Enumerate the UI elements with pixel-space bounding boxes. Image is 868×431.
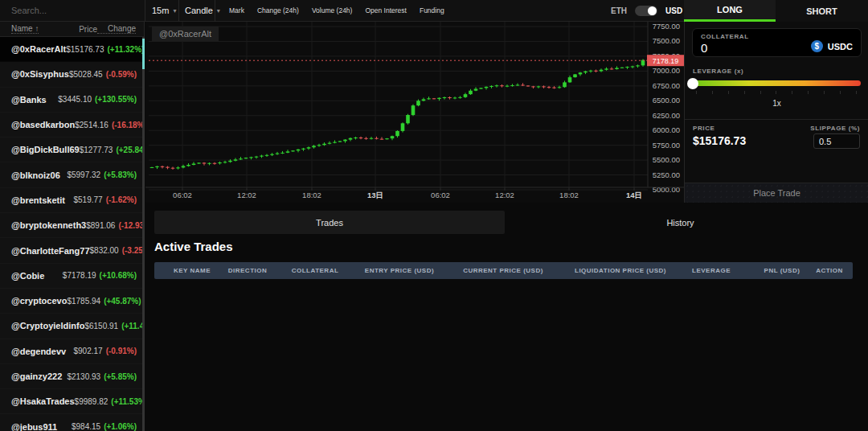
token-row[interactable]: @CharlotteFang77$832.00(-3.25%)	[0, 238, 144, 263]
svg-text:6750.00: 6750.00	[653, 81, 680, 90]
token-row[interactable]: @gainzy222$2130.93(+5.85%)	[0, 364, 144, 389]
token-change: (-12.93%)	[118, 221, 145, 230]
collateral-input[interactable]	[701, 41, 773, 55]
tab-short[interactable]: SHORT	[776, 0, 868, 22]
token-name: @CharlotteFang77	[11, 246, 90, 256]
token-row[interactable]: @BigDickBull69$1277.73(+25.84%)	[0, 138, 144, 162]
svg-text:18:02: 18:02	[302, 191, 321, 199]
token-price: $5028.45	[69, 70, 103, 79]
slippage-input[interactable]	[813, 133, 860, 149]
place-trade-button[interactable]: Place Trade	[685, 183, 868, 203]
tab-long[interactable]: LONG	[684, 0, 776, 22]
svg-text:5750.00: 5750.00	[653, 141, 680, 150]
token-name: @Banks	[11, 95, 58, 105]
toolbar-item-funding[interactable]: Funding	[420, 6, 444, 14]
collateral-label: COLLATERAL	[701, 33, 749, 40]
chart-overlay-toggles: MarkChange (24h)Volume (24h)Open Interes…	[229, 0, 444, 21]
token-name: @basedkarbon	[11, 120, 75, 129]
table-col-liquidation-price-usd-: LIQUIDATION PRICE (USD)	[575, 267, 666, 274]
svg-text:5500.00: 5500.00	[653, 155, 680, 164]
token-change: (-3.25%)	[122, 246, 145, 255]
svg-text:13日: 13日	[367, 191, 383, 199]
token-name: @Cryptoyieldinfo	[11, 321, 84, 330]
token-name: @degendevv	[11, 347, 73, 356]
tab-history[interactable]: History	[505, 211, 856, 234]
token-row[interactable]: @blknoiz06$5997.32(+5.83%)	[0, 162, 144, 187]
usdc-label: USDC	[828, 42, 853, 51]
token-row[interactable]: @basedkarbon$2514.16(-16.18%)	[0, 113, 144, 138]
token-change: (+5.85%)	[104, 372, 137, 381]
token-price: $902.17	[73, 347, 102, 355]
top-bar: 15m ▾ Candle ▾ MarkChange (24h)Volume (2…	[0, 0, 868, 22]
leverage-slider-knob[interactable]	[687, 78, 698, 89]
usd-label[interactable]: USD	[665, 6, 682, 15]
toggle-knob	[648, 6, 657, 15]
token-change: (+130.55%)	[95, 95, 137, 104]
token-row[interactable]: @bryptokenneth3$891.06(-12.93%)	[0, 213, 144, 238]
divider	[685, 119, 868, 120]
token-name: @0xRacerAlt	[11, 44, 66, 54]
svg-text:06:02: 06:02	[173, 191, 192, 199]
toolbar-item-mark[interactable]: Mark	[229, 6, 244, 14]
svg-text:6250.00: 6250.00	[653, 111, 680, 120]
token-price: $9989.82	[75, 397, 108, 406]
token-change: (+25.84%)	[116, 146, 145, 154]
table-col-direction: DIRECTION	[228, 267, 268, 274]
search-input[interactable]	[0, 0, 143, 21]
sidebar-scrollbar-track[interactable]	[142, 37, 145, 431]
chevron-down-icon: ▾	[173, 7, 176, 14]
eth-label[interactable]: ETH	[611, 6, 627, 15]
trades-section: Trades History Active Trades KEY NAMEDIR…	[145, 203, 868, 431]
token-row[interactable]: @jebus911$984.15(+1.06%)	[0, 414, 144, 431]
toolbar-item-open-interest[interactable]: Open Interest	[365, 6, 407, 14]
svg-text:6000.00: 6000.00	[653, 125, 680, 134]
token-change: (-0.59%)	[106, 70, 137, 79]
svg-text:06:02: 06:02	[431, 191, 450, 199]
token-change: (-1.62%)	[106, 195, 137, 204]
token-list: @0xRacerAlt$15176.73(+11.32%)@0xSisyphus…	[0, 37, 144, 431]
leverage-ticks	[696, 91, 857, 94]
token-name: @BigDickBull69	[11, 145, 80, 154]
token-row[interactable]: @Banks$3445.10(+130.55%)	[0, 88, 144, 113]
collateral-asset-selector[interactable]: $ USDC	[811, 40, 853, 52]
chevron-down-icon: ▾	[217, 7, 220, 14]
token-price: $6150.91	[84, 322, 118, 330]
token-row[interactable]: @0xSisyphus$5028.45(-0.59%)	[0, 62, 144, 87]
candlestick-chart[interactable]: @0xRacerAlt 7750.007500.007250.007000.00…	[145, 22, 684, 203]
token-row[interactable]: @degendevv$902.17(-0.91%)	[0, 339, 144, 364]
table-col-action: ACTION	[816, 267, 843, 274]
currency-toggle[interactable]	[635, 6, 657, 16]
token-row[interactable]: @HsakaTrades$9989.82(+11.53%)	[0, 389, 144, 414]
table-col-current-price-usd-: CURRENT PRICE (USD)	[463, 267, 543, 274]
token-change: (+5.83%)	[104, 170, 137, 179]
divider	[145, 0, 145, 22]
svg-text:7178.19: 7178.19	[653, 57, 679, 65]
price-header[interactable]: Price	[55, 25, 97, 34]
change-header[interactable]: Change	[97, 24, 136, 34]
toolbar-item-change-24h-[interactable]: Change (24h)	[257, 6, 299, 14]
sidebar-scrollbar-thumb[interactable]	[142, 39, 145, 69]
token-name: @HsakaTrades	[11, 396, 75, 406]
token-price: $2130.93	[67, 372, 100, 381]
token-change: (-16.18%)	[112, 121, 145, 129]
token-row[interactable]: @0xRacerAlt$15176.73(+11.32%)	[0, 37, 144, 62]
token-row[interactable]: @Cobie$7178.19(+10.68%)	[0, 264, 144, 289]
list-header: Name ↑ Price Change	[0, 22, 144, 37]
tab-trades[interactable]: Trades	[154, 211, 505, 234]
table-col-entry-price-usd-: ENTRY PRICE (USD)	[365, 267, 434, 274]
token-row[interactable]: @brentsketit$519.77(-1.62%)	[0, 188, 144, 213]
chart-canvas[interactable]: 7750.007500.007250.007000.006750.006500.…	[145, 22, 684, 203]
sort-name-header[interactable]: Name ↑	[11, 24, 39, 34]
timeframe-dropdown[interactable]: 15m ▾	[152, 0, 176, 21]
collateral-box[interactable]: COLLATERAL $ USDC	[692, 28, 862, 57]
table-col-pnl-usd-: PNL (USD)	[764, 267, 800, 274]
token-change: (+11.32%)	[107, 45, 144, 54]
token-row[interactable]: @Cryptoyieldinfo$6150.91(+11.49%)	[0, 314, 144, 339]
token-row[interactable]: @cryptocevo$1785.94(+45.87%)	[0, 289, 144, 314]
token-price: $15176.73	[66, 45, 104, 54]
toolbar-item-volume-24h-[interactable]: Volume (24h)	[312, 6, 353, 14]
leverage-slider[interactable]	[693, 80, 861, 86]
token-change: (+11.53%)	[111, 397, 145, 406]
token-name: @jebus911	[11, 422, 72, 431]
svg-text:7000.00: 7000.00	[653, 66, 680, 75]
